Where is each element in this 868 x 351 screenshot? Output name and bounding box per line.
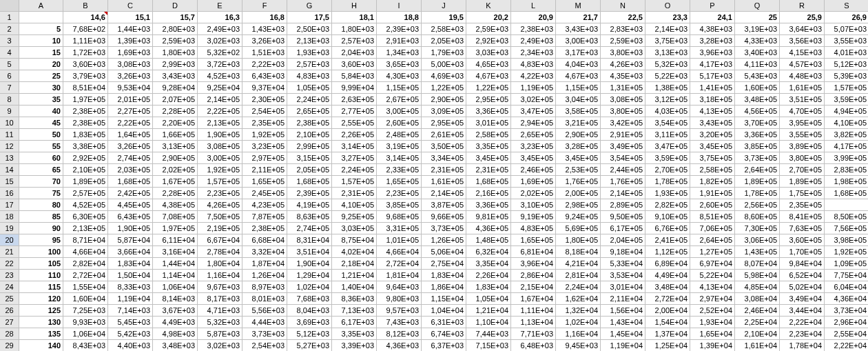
- cell[interactable]: 4,15E+03: [780, 47, 825, 59]
- row-header[interactable]: 23: [0, 270, 19, 281]
- cell[interactable]: 8,14E+03: [153, 293, 198, 305]
- cell[interactable]: 2,28E+05: [153, 106, 198, 117]
- cell[interactable]: 3,04E+05: [556, 94, 601, 106]
- cell[interactable]: 2,14E+03: [645, 23, 690, 35]
- cell[interactable]: 9,10E+05: [645, 211, 690, 223]
- cell[interactable]: 3,11E+05: [645, 129, 690, 141]
- cell[interactable]: 3,80E+05: [601, 106, 645, 117]
- cell[interactable]: 1,67E+05: [153, 176, 198, 188]
- cell[interactable]: 3,49E+05: [601, 141, 645, 152]
- cell[interactable]: 2,74E+05: [108, 152, 153, 164]
- cell[interactable]: 1,61E+04: [735, 340, 780, 351]
- cell[interactable]: 4,38E+03: [690, 23, 735, 35]
- cell[interactable]: 2,57E+03: [287, 59, 332, 70]
- cell[interactable]: 5,06E+04: [422, 246, 466, 258]
- cell[interactable]: 2,33E+05: [377, 164, 422, 176]
- cell[interactable]: 3,17E+03: [556, 47, 601, 59]
- cell[interactable]: 1,32E+04: [556, 305, 601, 317]
- cell[interactable]: 6,43E+03: [242, 70, 287, 82]
- cell[interactable]: 3,43E+05: [690, 117, 735, 129]
- cell[interactable]: 2,90E+05: [556, 129, 601, 141]
- cell[interactable]: 7,06E+05: [690, 223, 735, 234]
- cell[interactable]: 8,18E+04: [556, 246, 601, 258]
- cell[interactable]: 2,38E+03: [511, 23, 556, 35]
- cell[interactable]: 3,80E+05: [780, 152, 825, 164]
- cell[interactable]: 2,31E+05: [466, 164, 511, 176]
- cell[interactable]: 8,36E+03: [332, 293, 377, 305]
- select-all-corner[interactable]: [0, 0, 19, 12]
- row-header[interactable]: 20: [0, 234, 19, 246]
- cell[interactable]: 6,17E+05: [601, 223, 645, 234]
- cell[interactable]: 1,50E+04: [108, 270, 153, 281]
- cell[interactable]: 1,93E+05: [645, 188, 690, 199]
- row-header[interactable]: 7: [0, 82, 19, 94]
- row-header[interactable]: 3: [0, 35, 19, 47]
- cell[interactable]: 4,17E+03: [690, 59, 735, 70]
- cell[interactable]: 4,49E+04: [645, 270, 690, 281]
- column-header[interactable]: O: [645, 0, 690, 12]
- cell[interactable]: 45: [19, 117, 63, 129]
- cell[interactable]: 16,3: [198, 12, 242, 23]
- cell[interactable]: 5,32E+02: [198, 47, 242, 59]
- cell[interactable]: 2,60E+05: [690, 199, 735, 211]
- cell[interactable]: 3,54E+05: [601, 152, 645, 164]
- cell[interactable]: 8,71E+04: [63, 234, 108, 246]
- cell[interactable]: 2,10E+05: [63, 164, 108, 176]
- cell[interactable]: 4,71E+03: [198, 305, 242, 317]
- cell[interactable]: 5,22E+03: [645, 70, 690, 82]
- cell[interactable]: 4,56E+05: [735, 106, 780, 117]
- cell[interactable]: 1,57E+05: [825, 82, 868, 94]
- cell[interactable]: 95: [19, 234, 63, 246]
- cell[interactable]: 4,21E+04: [556, 258, 601, 270]
- cell[interactable]: 4,36E+05: [466, 223, 511, 234]
- cell[interactable]: 1,60E+05: [735, 82, 780, 94]
- cell[interactable]: 22,5: [601, 12, 645, 23]
- row-header[interactable]: 4: [0, 47, 19, 59]
- cell[interactable]: 4,36E+04: [825, 293, 868, 305]
- cell[interactable]: 8,33E+03: [108, 281, 153, 293]
- cell[interactable]: [825, 199, 868, 211]
- cell[interactable]: 2,91E+05: [601, 129, 645, 141]
- cell[interactable]: 2,97E+05: [242, 152, 287, 164]
- column-header[interactable]: H: [332, 0, 377, 12]
- cell[interactable]: 2,14E+05: [601, 188, 645, 199]
- cell[interactable]: 1,97E+05: [153, 223, 198, 234]
- cell[interactable]: 1,83E+04: [422, 270, 466, 281]
- cell[interactable]: 1,65E+04: [690, 328, 735, 340]
- cell[interactable]: 3,03E+03: [466, 47, 511, 59]
- cell[interactable]: 6,48E+03: [511, 340, 556, 351]
- cell[interactable]: 1,48E+05: [466, 234, 511, 246]
- cell[interactable]: 1,06E+04: [153, 281, 198, 293]
- cell[interactable]: 1,29E+04: [287, 270, 332, 281]
- cell[interactable]: 2,55E+04: [825, 328, 868, 340]
- cell[interactable]: 2,82E+05: [645, 199, 690, 211]
- cell[interactable]: 3,01E+04: [601, 281, 645, 293]
- cell[interactable]: 1,78E+05: [735, 188, 780, 199]
- cell[interactable]: 24,1: [690, 12, 735, 23]
- cell[interactable]: 1,61E+05: [422, 176, 466, 188]
- cell[interactable]: 6,11E+04: [153, 234, 198, 246]
- cell[interactable]: 7,56E+05: [825, 223, 868, 234]
- cell[interactable]: 2,34E+03: [511, 47, 556, 59]
- cell[interactable]: 1,57E+05: [198, 176, 242, 188]
- cell[interactable]: 3,15E+05: [287, 152, 332, 164]
- cell[interactable]: 3,01E+05: [466, 117, 511, 129]
- cell[interactable]: 1,92E+05: [198, 164, 242, 176]
- cell[interactable]: 2,35E+05: [242, 117, 287, 129]
- cell[interactable]: 2,56E+05: [735, 199, 780, 211]
- cell[interactable]: 2,59E+03: [466, 23, 511, 35]
- cell[interactable]: 1,31E+05: [601, 82, 645, 94]
- cell[interactable]: 3,00E+05: [198, 152, 242, 164]
- cell[interactable]: 2,05E+05: [287, 164, 332, 176]
- row-header[interactable]: 24: [0, 281, 19, 293]
- cell[interactable]: 2,19E+05: [198, 223, 242, 234]
- cell[interactable]: 3,02E+05: [511, 94, 556, 106]
- cell[interactable]: 1,90E+05: [108, 223, 153, 234]
- cell[interactable]: 7,87E+05: [242, 211, 287, 223]
- cell[interactable]: 1,66E+05: [153, 129, 198, 141]
- cell[interactable]: 2,13E+05: [63, 223, 108, 234]
- cell[interactable]: 8,41E+05: [780, 211, 825, 223]
- cell[interactable]: 1,19E+05: [511, 82, 556, 94]
- cell[interactable]: 9,66E+05: [422, 211, 466, 223]
- cell[interactable]: 70: [19, 176, 63, 188]
